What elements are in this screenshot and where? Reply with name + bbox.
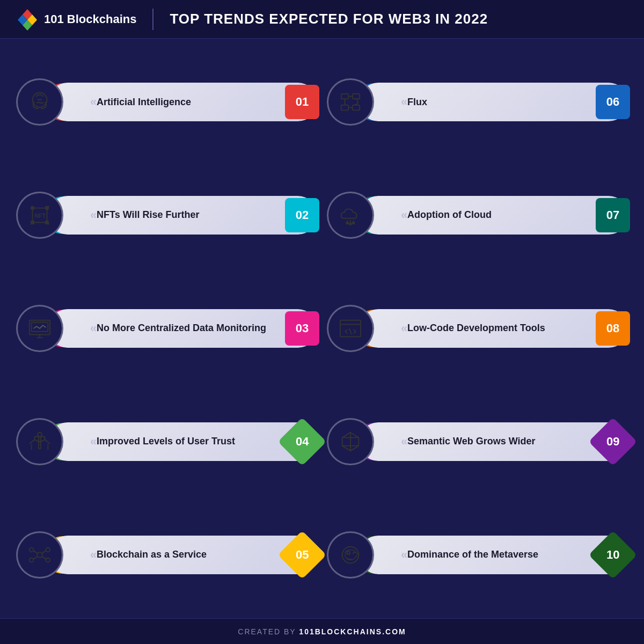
footer-brand: 101BLOCKCHAINS.COM (299, 627, 406, 636)
header-divider (152, 9, 153, 30)
svg-rect-8 (353, 105, 360, 111)
svg-point-24 (353, 222, 355, 224)
svg-point-37 (30, 558, 34, 562)
trend-label-10: Dominance of the Metaverse (407, 548, 538, 561)
trend-label-3: No More Centralized Data Monitoring (97, 322, 266, 334)
trend-card-8: « Low-Code Development Tools 08 (327, 277, 628, 380)
pill-bar-1: « Artificial Intelligence 01 (48, 83, 317, 121)
svg-line-40 (42, 551, 46, 553)
number-badge-10: 10 (589, 530, 638, 579)
trend-label-4: Improved Levels of User Trust (97, 435, 235, 448)
svg-point-44 (347, 551, 350, 554)
trend-card-9: « Semantic Web Grows Wider 09 (327, 390, 628, 493)
trend-card-2: NFT « NFTs Will Rise Further 02 (16, 164, 317, 267)
pill-bar-10: « Dominance of the Metaverse 10 (359, 536, 628, 574)
trend-label-9: Semantic Web Grows Wider (407, 435, 536, 448)
svg-line-32 (349, 328, 352, 335)
trend-card-5: « Blockchain as a Service 05 (16, 503, 317, 606)
pill-bar-6: « Flux 06 (359, 83, 628, 121)
pill-bar-9: « Semantic Web Grows Wider 09 (359, 422, 628, 461)
trend-card-1: « Artificial Intelligence 01 (16, 50, 317, 154)
chevron-deco-5: « (90, 548, 97, 562)
svg-point-22 (346, 222, 348, 224)
svg-line-42 (42, 556, 46, 559)
number-badge-9: 09 (589, 418, 638, 466)
trend-label-5: Blockchain as a Service (97, 548, 207, 561)
chevron-deco-8: « (401, 321, 407, 335)
header-title: TOP TRENDS EXPECTED FOR WEB3 IN 2022 (170, 11, 488, 27)
chevron-deco-1: « (90, 95, 97, 109)
footer: CREATED BY 101BLOCKCHAINS.COM (0, 618, 644, 644)
chevron-deco-7: « (401, 208, 407, 222)
icon-circle-9 (327, 418, 374, 465)
svg-rect-6 (353, 94, 360, 99)
trend-card-10: « Dominance of the Metaverse 10 (327, 503, 628, 606)
chevron-deco-9: « (401, 435, 407, 449)
number-badge-2: 02 (285, 198, 319, 232)
number-badge-3: 03 (285, 311, 319, 346)
logo-icon (16, 8, 39, 31)
chevron-deco-4: « (90, 435, 97, 449)
number-badge-4: 04 (278, 418, 327, 466)
number-badge-8: 08 (596, 311, 630, 346)
number-badge-5: 05 (278, 530, 327, 579)
icon-circle-8 (327, 305, 374, 352)
logo-area: 101 Blockchains (16, 8, 136, 31)
icon-circle-5 (16, 531, 63, 579)
svg-line-39 (34, 551, 38, 553)
svg-rect-5 (341, 94, 348, 99)
trend-card-6: « Flux 06 (327, 50, 628, 154)
logo-text: 101 Blockchains (44, 12, 136, 26)
number-badge-1: 01 (285, 85, 319, 119)
svg-text:NFT: NFT (34, 213, 46, 219)
trend-label-7: Adoption of Cloud (407, 209, 492, 221)
header: 101 Blockchains TOP TRENDS EXPECTED FOR … (0, 0, 644, 39)
trend-label-8: Low-Code Development Tools (407, 322, 545, 334)
pill-bar-4: « Improved Levels of User Trust 04 (48, 422, 317, 461)
trend-label-6: Flux (407, 96, 427, 108)
number-badge-6: 06 (596, 85, 630, 119)
pill-bar-5: « Blockchain as a Service 05 (48, 536, 317, 574)
icon-circle-1 (16, 78, 63, 126)
trend-label-1: Artificial Intelligence (97, 96, 191, 108)
trends-grid: « Artificial Intelligence 01 « Flux 06 (0, 39, 644, 618)
pill-bar-3: « No More Centralized Data Monitoring 03 (48, 309, 317, 348)
svg-point-38 (46, 558, 50, 562)
chevron-deco-2: « (90, 208, 97, 222)
icon-circle-6 (327, 78, 374, 126)
svg-point-34 (37, 552, 42, 558)
chevron-deco-6: « (401, 95, 407, 109)
icon-circle-4 (16, 418, 63, 465)
trend-label-2: NFTs Will Rise Further (97, 209, 200, 221)
svg-point-23 (349, 223, 352, 225)
svg-rect-30 (340, 320, 361, 337)
svg-line-41 (34, 556, 38, 559)
trend-card-7: « Adoption of Cloud 07 (327, 164, 628, 267)
chevron-deco-10: « (401, 548, 407, 562)
trend-card-3: « No More Centralized Data Monitoring 03 (16, 277, 317, 380)
svg-point-33 (38, 433, 42, 437)
pill-bar-8: « Low-Code Development Tools 08 (359, 309, 628, 348)
svg-point-35 (30, 547, 34, 552)
icon-circle-10 (327, 531, 374, 579)
chevron-deco-3: « (90, 321, 97, 335)
icon-circle-7 (327, 192, 374, 239)
footer-text: CREATED BY 101BLOCKCHAINS.COM (238, 627, 406, 636)
trend-card-4: « Improved Levels of User Trust 04 (16, 390, 317, 493)
svg-rect-7 (341, 105, 348, 111)
svg-point-36 (46, 547, 50, 552)
page-container: 101 Blockchains TOP TRENDS EXPECTED FOR … (0, 0, 644, 644)
pill-bar-2: « NFTs Will Rise Further 02 (48, 196, 317, 235)
number-badge-7: 07 (596, 198, 630, 232)
pill-bar-7: « Adoption of Cloud 07 (359, 196, 628, 235)
icon-circle-2: NFT (16, 192, 63, 239)
icon-circle-3 (16, 305, 63, 352)
